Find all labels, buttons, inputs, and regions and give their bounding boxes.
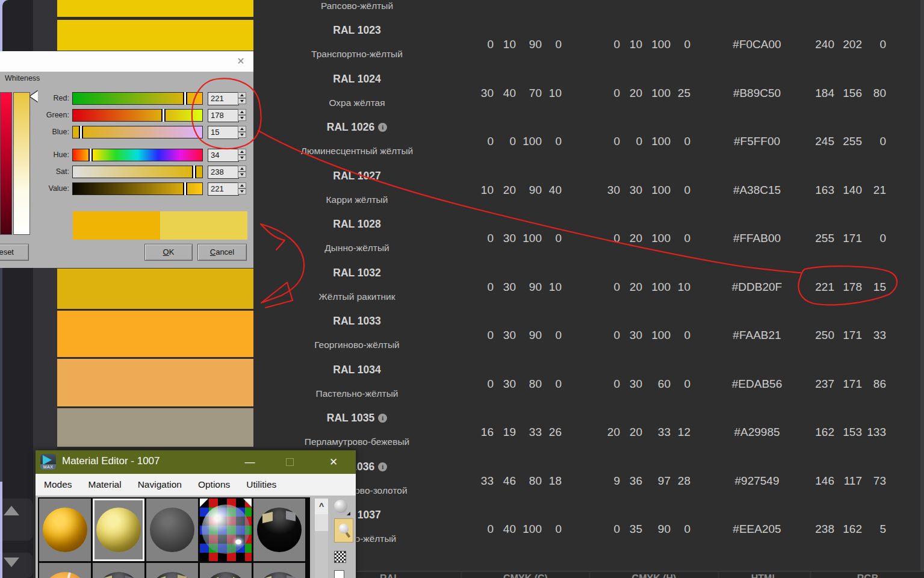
html-hex-value: #F0CA00: [713, 38, 801, 51]
channel-slider[interactable]: [72, 126, 203, 138]
value-number: 100: [644, 281, 671, 294]
cmyk-h-values: 001000: [602, 135, 690, 148]
slider-handle[interactable]: [183, 182, 187, 195]
spinner-down-icon[interactable]: [238, 98, 246, 104]
spinner-up-icon[interactable]: [238, 109, 246, 115]
color-preview-new: [160, 211, 247, 240]
spinner-down-icon[interactable]: [238, 188, 246, 194]
spinner-down-icon[interactable]: [238, 132, 246, 138]
background-checker-icon[interactable]: [334, 551, 346, 563]
cancel-button[interactable]: Cancel: [197, 244, 247, 261]
menu-item-modes[interactable]: Modes: [44, 479, 72, 490]
html-hex-value: #EDAB56: [713, 378, 801, 391]
menu-item-options[interactable]: Options: [198, 479, 230, 490]
ral-name-ru: Люминесцентный жёлтый: [229, 146, 485, 157]
material-slot[interactable]: [93, 563, 144, 578]
channel-spinner[interactable]: [238, 109, 246, 122]
cmyk-h-values: 02010010: [602, 281, 690, 294]
spinner-down-icon[interactable]: [238, 115, 246, 121]
value-number: 10: [544, 87, 562, 100]
slider-handle[interactable]: [161, 109, 166, 122]
close-icon[interactable]: ✕: [235, 56, 246, 67]
channel-spinner[interactable]: [238, 166, 246, 179]
options-square-icon[interactable]: [334, 570, 344, 578]
channel-slider[interactable]: [72, 166, 203, 178]
yellow-material-sphere: [96, 508, 141, 552]
channel-slider[interactable]: [72, 182, 203, 195]
slider-handle[interactable]: [88, 149, 93, 161]
channel-value-field[interactable]: 238: [208, 166, 239, 179]
channel-slider[interactable]: [72, 149, 203, 161]
channel-slider[interactable]: [72, 92, 203, 105]
material-slot[interactable]: [253, 563, 305, 578]
spinner-down-icon[interactable]: [238, 172, 246, 178]
material-slot[interactable]: [200, 499, 252, 561]
ral-swatch: [57, 269, 253, 309]
channel-slider[interactable]: [72, 109, 203, 122]
value-number: 178: [838, 281, 862, 294]
info-icon[interactable]: i: [378, 414, 387, 423]
channel-value-field[interactable]: 15: [208, 126, 239, 139]
nav-down-button[interactable]: [2, 553, 33, 578]
cmyk-c-values: 0401000: [476, 523, 562, 536]
channel-spinner[interactable]: [238, 182, 246, 196]
material-slot[interactable]: [146, 499, 198, 561]
value-number: 171: [838, 378, 862, 391]
spinner-up-icon[interactable]: [238, 126, 246, 132]
spinner-down-icon[interactable]: [238, 155, 246, 161]
material-editor-titlebar[interactable]: MAX Material Editor - 1007 — ✕: [36, 450, 356, 474]
close-button[interactable]: ✕: [320, 450, 347, 474]
channel-value-field[interactable]: 178: [208, 109, 239, 122]
maximize-button[interactable]: [278, 450, 304, 474]
ok-button[interactable]: OK: [144, 244, 193, 261]
menu-item-material[interactable]: Material: [88, 479, 122, 490]
slider-handle[interactable]: [183, 92, 187, 105]
material-slot[interactable]: [253, 499, 305, 561]
ral-code-label: RAL 1035i: [259, 412, 455, 424]
value-number: 0: [495, 135, 516, 148]
channel-label: Value:: [27, 182, 69, 195]
scrollbar-thumb[interactable]: [315, 514, 328, 531]
spinner-up-icon[interactable]: [238, 149, 246, 155]
channel-value-field[interactable]: 221: [208, 92, 239, 105]
material-slot[interactable]: [39, 563, 91, 578]
menu-item-utilities[interactable]: Utilities: [246, 479, 276, 490]
material-slot[interactable]: [146, 563, 198, 578]
ral-code-label: RAL 1024: [259, 73, 455, 85]
material-slot[interactable]: [39, 499, 91, 561]
value-number: 184: [810, 87, 834, 100]
hue-column[interactable]: [0, 92, 12, 235]
value-number: 0: [544, 378, 562, 391]
rgb-values: 18415680: [810, 87, 886, 100]
spinner-up-icon[interactable]: [238, 182, 246, 188]
sample-type-sphere-icon[interactable]: [334, 500, 347, 513]
window-title: Material Editor - 1007: [62, 455, 160, 467]
info-icon[interactable]: i: [378, 123, 387, 132]
slider-handle[interactable]: [79, 126, 83, 138]
material-slot[interactable]: [93, 499, 144, 561]
value-number: 80: [866, 87, 886, 100]
slots-scrollbar[interactable]: ^: [315, 499, 328, 578]
spinner-up-icon[interactable]: [238, 166, 246, 172]
value-number: 40: [544, 184, 562, 197]
channel-value-field[interactable]: 34: [208, 149, 239, 162]
value-number: 171: [838, 329, 862, 342]
reset-button[interactable]: Reset: [0, 244, 29, 261]
channel-spinner[interactable]: [238, 92, 246, 105]
menu-item-navigation[interactable]: Navigation: [138, 479, 182, 490]
scroll-up-button[interactable]: ^: [315, 499, 328, 514]
cmyk-h-values: 9369728: [602, 474, 690, 488]
channel-spinner[interactable]: [238, 126, 246, 139]
slider-handle[interactable]: [192, 166, 196, 178]
left-scrollbar-thumb[interactable]: [0, 268, 2, 482]
info-icon[interactable]: i: [378, 462, 387, 471]
minimize-button[interactable]: —: [237, 450, 263, 474]
nav-up-button[interactable]: [2, 499, 33, 541]
value-number: 100: [644, 135, 671, 148]
backlight-icon[interactable]: [334, 518, 353, 542]
material-slot[interactable]: [200, 563, 252, 578]
dialog-titlebar[interactable]: ✕: [0, 51, 253, 72]
channel-spinner[interactable]: [238, 149, 246, 162]
spinner-up-icon[interactable]: [238, 92, 246, 98]
channel-value-field[interactable]: 221: [208, 182, 239, 196]
